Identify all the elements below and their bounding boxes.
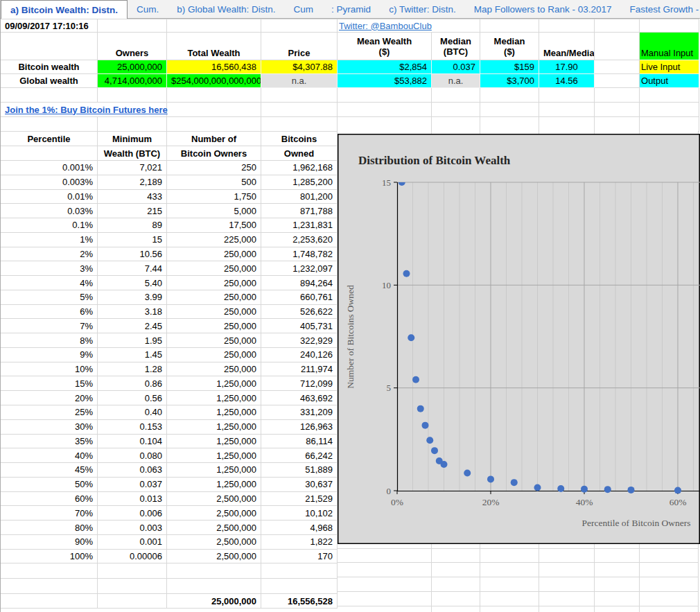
cell-bitcoins-owned[interactable]: 1,822	[261, 534, 338, 549]
cell-number-of-owners[interactable]: 2,500,000	[167, 491, 261, 506]
cell-percentile[interactable]: 0.003%	[1, 175, 98, 189]
global-price-cell[interactable]: n.a.	[261, 74, 338, 88]
tab-fastest-growth[interactable]: Fastest Growth - 07.17	[621, 0, 700, 18]
cell-min-wealth-btc[interactable]: 0.006	[98, 506, 167, 521]
cell-bitcoins-owned[interactable]: 10,102	[261, 506, 338, 521]
cell-percentile[interactable]: 35%	[1, 434, 98, 448]
cell-percentile[interactable]: 0.01%	[1, 189, 98, 204]
cell-min-wealth-btc[interactable]: 0.037	[98, 477, 167, 491]
cell-percentile[interactable]: 20%	[1, 391, 98, 405]
cell-bitcoins-owned[interactable]: 801,200	[261, 189, 338, 204]
cell-percentile[interactable]: 15%	[1, 376, 98, 391]
col-header-owned[interactable]: Owned	[261, 146, 338, 161]
twitter-link[interactable]: Twitter: @BambouClub	[339, 21, 432, 31]
header-mean-median[interactable]: Mean/Median	[539, 33, 595, 60]
cell-min-wealth-btc[interactable]: 433	[98, 189, 167, 204]
cell-bitcoins-owned[interactable]: 331,209	[261, 405, 338, 420]
cell-min-wealth-btc[interactable]: 0.86	[98, 376, 167, 391]
bitcoin-owners-cell[interactable]: 25,000,000	[98, 60, 167, 74]
cell-number-of-owners[interactable]: 250	[167, 161, 261, 175]
cell-min-wealth-btc[interactable]: 0.080	[98, 448, 167, 463]
cell-min-wealth-btc[interactable]: 89	[98, 218, 167, 233]
cell-number-of-owners[interactable]: 17,500	[167, 218, 261, 233]
cell-number-of-owners[interactable]: 250,000	[167, 347, 261, 362]
global-median-btc-cell[interactable]: n.a.	[432, 74, 480, 88]
cell-percentile[interactable]: 9%	[1, 347, 98, 362]
cell-percentile[interactable]: 45%	[1, 463, 98, 478]
cell-number-of-owners[interactable]: 225,000	[167, 232, 261, 247]
global-median-usd-cell[interactable]: $3,700	[480, 74, 539, 88]
cell-number-of-owners[interactable]: 5,000	[167, 204, 261, 218]
cell-min-wealth-btc[interactable]: 0.063	[98, 463, 167, 478]
cell-min-wealth-btc[interactable]: 0.003	[98, 521, 167, 535]
bitcoin-median-btc-cell[interactable]: 0.037	[432, 60, 480, 74]
cell-number-of-owners[interactable]: 250,000	[167, 333, 261, 348]
cell-number-of-owners[interactable]: 1,250,000	[167, 376, 261, 391]
cell-bitcoins-owned[interactable]: 405,731	[261, 319, 338, 333]
cell-percentile[interactable]: 0.1%	[1, 218, 98, 233]
cell-number-of-owners[interactable]: 500	[167, 175, 261, 189]
cell-min-wealth-btc[interactable]: 3.99	[98, 290, 167, 304]
cell-percentile[interactable]: 7%	[1, 319, 98, 333]
cell-bitcoins-owned[interactable]: 526,622	[261, 304, 338, 319]
cell-number-of-owners[interactable]: 1,250,000	[167, 463, 261, 478]
cell-percentile[interactable]: 8%	[1, 333, 98, 348]
cell-percentile[interactable]: 80%	[1, 521, 98, 535]
cell-number-of-owners[interactable]: 250,000	[167, 319, 261, 333]
cell-min-wealth-btc[interactable]: 1.28	[98, 362, 167, 376]
header-price[interactable]: Price	[261, 33, 338, 60]
cell-bitcoins-owned[interactable]: 322,929	[261, 333, 338, 348]
header-median-usd[interactable]: Median ($)	[480, 33, 539, 60]
cell-min-wealth-btc[interactable]: 7.44	[98, 261, 167, 276]
cell-percentile[interactable]: 5%	[1, 290, 98, 304]
cell-number-of-owners[interactable]: 2,500,000	[167, 506, 261, 521]
bitcoin-mean-median-cell[interactable]: 17.90	[539, 60, 595, 74]
tab-cum[interactable]: Cum.	[128, 0, 168, 18]
header-median-btc[interactable]: Median (BTC)	[432, 33, 480, 60]
col-header-wealth-btc[interactable]: Wealth (BTC)	[98, 146, 167, 161]
cell-percentile[interactable]: 1%	[1, 232, 98, 247]
bitcoin-mean-wealth-cell[interactable]: $2,854	[338, 60, 432, 74]
cell-min-wealth-btc[interactable]: 5.40	[98, 276, 167, 290]
cell-percentile[interactable]: 2%	[1, 247, 98, 261]
tab-bitcoin-wealth-distn[interactable]: a) Bitcoin Wealth: Distn.	[1, 0, 128, 19]
cell-min-wealth-btc[interactable]: 0.013	[98, 491, 167, 506]
col-header-percentile[interactable]: Percentile	[1, 132, 98, 146]
tab-twitter-distn[interactable]: c) Twitter: Distn.	[380, 0, 465, 18]
cell-bitcoins-owned[interactable]: 240,126	[261, 347, 338, 362]
cell-bitcoins-owned[interactable]: 86,114	[261, 434, 338, 448]
cell-percentile[interactable]: 40%	[1, 448, 98, 463]
cell-bitcoins-owned[interactable]: 126,963	[261, 419, 338, 434]
cell-number-of-owners[interactable]: 1,250,000	[167, 434, 261, 448]
tab-map-followers[interactable]: Map Followers to Rank - 03.2017	[465, 0, 621, 18]
cell-bitcoins-owned[interactable]: 21,529	[261, 491, 338, 506]
cell-number-of-owners[interactable]: 250,000	[167, 290, 261, 304]
cell-number-of-owners[interactable]: 250,000	[167, 276, 261, 290]
cell-bitcoins-owned[interactable]: 1,285,200	[261, 175, 338, 189]
cell-min-wealth-btc[interactable]: 0.104	[98, 434, 167, 448]
tab-global-wealth-distn[interactable]: b) Global Wealth: Distn.	[168, 0, 284, 18]
cell-bitcoins-owned[interactable]: 30,637	[261, 477, 338, 491]
cell-bitcoins-owned[interactable]: 1,231,831	[261, 218, 338, 233]
legend-output[interactable]: Output	[640, 74, 699, 88]
cell-bitcoins-owned[interactable]: 170	[261, 549, 338, 563]
cell-percentile[interactable]: 30%	[1, 419, 98, 434]
cell-min-wealth-btc[interactable]: 15	[98, 232, 167, 247]
cell-min-wealth-btc[interactable]: 2.45	[98, 319, 167, 333]
cell-min-wealth-btc[interactable]: 1.45	[98, 347, 167, 362]
tab-pyramid[interactable]: : Pyramid	[322, 0, 380, 18]
col-header-bitcoin-owners[interactable]: Bitcoin Owners	[167, 146, 261, 161]
cell-percentile[interactable]: 6%	[1, 304, 98, 319]
cell-bitcoins-owned[interactable]: 463,692	[261, 391, 338, 405]
cell-number-of-owners[interactable]: 250,000	[167, 304, 261, 319]
legend-live-input[interactable]: Live Input	[640, 60, 699, 74]
cell-min-wealth-btc[interactable]: 215	[98, 204, 167, 218]
cell-bitcoins-owned[interactable]: 66,242	[261, 448, 338, 463]
header-total-wealth[interactable]: Total Wealth	[167, 33, 261, 60]
cell-percentile[interactable]: 0.001%	[1, 161, 98, 175]
cell-number-of-owners[interactable]: 1,250,000	[167, 477, 261, 491]
tab-cum2[interactable]: Cum	[285, 0, 323, 18]
col-header-number-of[interactable]: Number of	[167, 132, 261, 146]
global-owners-cell[interactable]: 4,714,000,000	[98, 74, 167, 88]
cell-bitcoins-owned[interactable]: 894,264	[261, 276, 338, 290]
